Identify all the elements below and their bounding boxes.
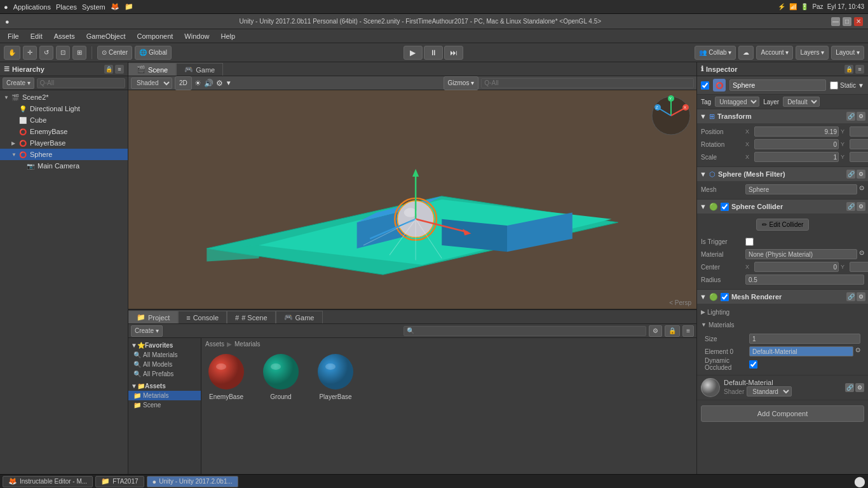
- menu-help[interactable]: Help: [215, 31, 240, 41]
- hierarchy-item-directional-light[interactable]: 💡 Directional Light: [0, 103, 128, 114]
- firefox-icon[interactable]: 🦊: [111, 3, 119, 11]
- mesh-renderer-settings-btn[interactable]: ⚙: [857, 292, 865, 301]
- favorites-header[interactable]: ▼ ⭐ Favorites: [128, 341, 201, 350]
- dynamic-occluded-checkbox[interactable]: [749, 360, 757, 369]
- ubuntu-icon[interactable]: ●: [4, 3, 8, 11]
- navigation-gizmo[interactable]: Y X Z: [649, 94, 693, 137]
- rotate-tool-button[interactable]: ↺: [39, 46, 53, 60]
- mesh-renderer-header[interactable]: ▼ 🟢 Mesh Renderer 🔗 ⚙: [697, 290, 868, 304]
- cloud-button[interactable]: ☁: [738, 46, 754, 60]
- menu-file[interactable]: File: [3, 31, 24, 41]
- sphere-collider-header[interactable]: ▼ 🟢 Sphere Collider 🔗 ⚙: [697, 200, 868, 214]
- close-button[interactable]: ✕: [854, 17, 863, 26]
- is-trigger-checkbox[interactable]: [745, 238, 754, 246]
- project-search[interactable]: [403, 326, 646, 336]
- center-toggle-button[interactable]: ⊙ Center: [97, 46, 132, 60]
- menu-edit[interactable]: Edit: [25, 31, 48, 41]
- file-item-playerbase[interactable]: PlayerBase: [313, 351, 358, 400]
- bottom-lock-btn[interactable]: 🔒: [665, 325, 680, 337]
- layout-button[interactable]: Layout ▾: [831, 46, 864, 60]
- tab-game[interactable]: 🎮 Game: [176, 63, 223, 76]
- layer-select[interactable]: Default: [783, 97, 820, 107]
- breadcrumb-metarials[interactable]: Metarials: [234, 341, 261, 348]
- viewport-search[interactable]: [481, 78, 694, 88]
- rot-y-input[interactable]: [850, 139, 868, 149]
- window-controls[interactable]: — □ ✕: [831, 17, 863, 26]
- shader-select[interactable]: Standard: [747, 386, 792, 396]
- add-component-button[interactable]: Add Component: [701, 405, 864, 422]
- tag-select[interactable]: Untagged: [715, 97, 759, 107]
- mesh-filter-settings-btn[interactable]: ⚙: [857, 170, 865, 179]
- hierarchy-lock-btn[interactable]: 🔒: [104, 65, 113, 74]
- object-active-checkbox[interactable]: [701, 81, 709, 90]
- mesh-select-btn[interactable]: ⊙: [859, 184, 864, 194]
- fx-icon[interactable]: ⚙: [216, 79, 223, 88]
- audio-icon[interactable]: 🔊: [204, 79, 214, 88]
- lighting-arrow[interactable]: ▶: [701, 309, 705, 315]
- metarials-folder-item[interactable]: 📁 Metarials: [128, 391, 201, 400]
- global-toggle-button[interactable]: 🌐 Global: [135, 46, 172, 60]
- inspector-menu-btn[interactable]: ≡: [855, 65, 864, 74]
- material-settings-btn[interactable]: ⚙: [855, 383, 864, 392]
- materials-arrow[interactable]: ▼: [701, 322, 707, 328]
- hierarchy-item-sphere[interactable]: ▼ ⭕ Sphere: [0, 149, 128, 160]
- step-button[interactable]: ⏭: [444, 46, 463, 60]
- file-item-enemybase[interactable]: EnemyBase: [204, 351, 248, 400]
- menu-component[interactable]: Component: [132, 31, 178, 41]
- hierarchy-item-playerbase[interactable]: ▶ ⭕ PlayerBase: [0, 137, 128, 149]
- applications-menu[interactable]: Applications: [13, 3, 51, 11]
- minimize-button[interactable]: —: [831, 17, 840, 26]
- mesh-renderer-ref-btn[interactable]: 🔗: [846, 292, 855, 301]
- all-prefabs-item[interactable]: 🔍 All Prefabs: [128, 369, 201, 379]
- tab-scene-bottom[interactable]: # # Scene: [227, 311, 276, 323]
- radius-input[interactable]: [745, 274, 864, 285]
- account-button[interactable]: Account ▾: [756, 46, 793, 60]
- scale-x-input[interactable]: [754, 152, 839, 162]
- menu-assets[interactable]: Assets: [49, 31, 80, 41]
- static-checkbox[interactable]: [830, 81, 838, 90]
- all-models-item[interactable]: 🔍 All Models: [128, 360, 201, 369]
- play-button[interactable]: ▶: [403, 46, 423, 60]
- sun-icon[interactable]: ☀: [194, 79, 201, 88]
- transform-settings-btn[interactable]: ⚙: [857, 112, 865, 121]
- all-materials-item[interactable]: 🔍 All Materials: [128, 350, 201, 360]
- center-x-input[interactable]: [754, 262, 839, 272]
- sphere-collider-ref-btn[interactable]: 🔗: [846, 202, 855, 211]
- static-dropdown-icon[interactable]: ▼: [858, 82, 864, 89]
- 2d-button[interactable]: 2D: [175, 76, 192, 90]
- rect-tool-button[interactable]: ⊞: [72, 46, 86, 60]
- shading-mode-select[interactable]: Shaded: [131, 78, 172, 89]
- element0-select-btn[interactable]: ⊙: [855, 346, 860, 356]
- layers-button[interactable]: Layers ▾: [796, 46, 829, 60]
- taskbar-firefox[interactable]: 🦊 Instructable Editor - M...: [3, 476, 93, 487]
- collab-button[interactable]: 👥 Collab ▾: [695, 46, 736, 60]
- scene-folder-item[interactable]: 📁 Scene: [128, 400, 201, 410]
- taskbar-fta[interactable]: 📁 FTA2017: [95, 476, 144, 487]
- hierarchy-item-maincamera[interactable]: 📷 Main Camera: [0, 160, 128, 172]
- hierarchy-item-cube[interactable]: ⬜ Cube: [0, 114, 128, 126]
- scale-y-input[interactable]: [850, 152, 868, 162]
- transform-header[interactable]: ▼ ⊞ Transform 🔗 ⚙: [697, 109, 868, 123]
- tab-scene[interactable]: 🎬 Scene: [128, 63, 176, 76]
- aspect-icon[interactable]: ▼: [226, 79, 232, 86]
- scene-root-item[interactable]: ▼ 🎬 Scene2*: [0, 92, 128, 103]
- hierarchy-item-enemybase[interactable]: ⭕ EnemyBase: [0, 126, 128, 137]
- breadcrumb-assets[interactable]: Assets: [205, 341, 224, 348]
- tab-game-bottom[interactable]: 🎮 Game: [276, 311, 323, 323]
- system-menu[interactable]: System: [82, 3, 105, 11]
- scale-tool-button[interactable]: ⊡: [56, 46, 70, 60]
- menu-window[interactable]: Window: [179, 31, 214, 41]
- tab-project[interactable]: 📁 Project: [128, 311, 178, 323]
- pos-y-input[interactable]: [850, 126, 868, 137]
- bottom-menu-btn[interactable]: ≡: [682, 325, 694, 337]
- places-menu[interactable]: Places: [56, 3, 77, 11]
- bottom-settings-btn[interactable]: ⚙: [649, 325, 662, 337]
- sphere-collider-settings-btn[interactable]: ⚙: [857, 202, 865, 211]
- center-y-input[interactable]: [850, 262, 868, 272]
- mesh-filter-header[interactable]: ▼ ⬡ Sphere (Mesh Filter) 🔗 ⚙: [697, 167, 868, 181]
- folder-icon[interactable]: 📁: [125, 3, 133, 11]
- tab-console[interactable]: ≡ Console: [178, 311, 227, 323]
- mesh-filter-ref-btn[interactable]: 🔗: [846, 170, 855, 179]
- edit-collider-button[interactable]: ✏ Edit Collider: [756, 219, 810, 231]
- bottom-create-button[interactable]: Create ▾: [131, 325, 163, 337]
